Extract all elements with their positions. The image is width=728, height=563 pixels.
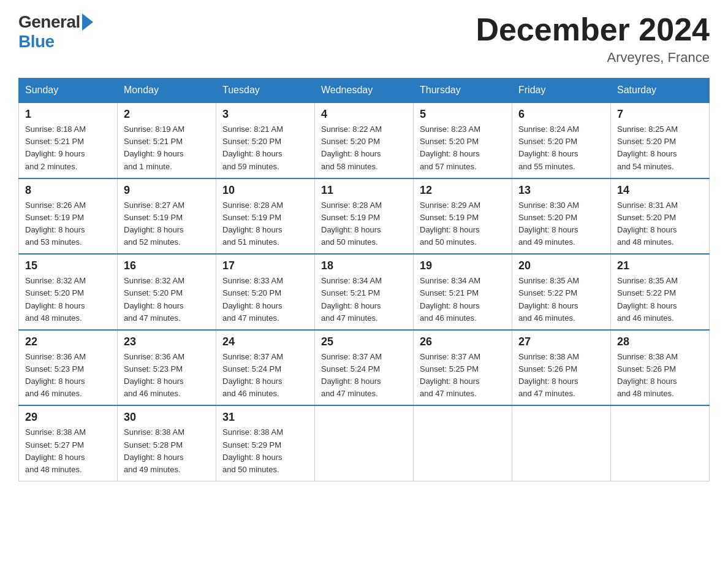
day-info: Sunrise: 8:33 AM Sunset: 5:20 PM Dayligh… bbox=[222, 275, 308, 324]
day-info: Sunrise: 8:38 AM Sunset: 5:26 PM Dayligh… bbox=[617, 351, 703, 400]
day-of-week-sunday: Sunday bbox=[19, 79, 118, 103]
day-info: Sunrise: 8:26 AM Sunset: 5:19 PM Dayligh… bbox=[25, 199, 111, 249]
table-row: 9Sunrise: 8:27 AM Sunset: 5:19 PM Daylig… bbox=[118, 178, 216, 255]
table-row: 29Sunrise: 8:38 AM Sunset: 5:27 PM Dayli… bbox=[19, 405, 118, 481]
table-row: 4Sunrise: 8:22 AM Sunset: 5:20 PM Daylig… bbox=[315, 102, 414, 178]
day-number: 13 bbox=[518, 184, 604, 197]
table-row: 11Sunrise: 8:28 AM Sunset: 5:19 PM Dayli… bbox=[315, 178, 414, 255]
day-number: 10 bbox=[222, 184, 308, 197]
table-row: 17Sunrise: 8:33 AM Sunset: 5:20 PM Dayli… bbox=[216, 254, 315, 330]
day-info: Sunrise: 8:36 AM Sunset: 5:23 PM Dayligh… bbox=[124, 351, 210, 400]
calendar-table: SundayMondayTuesdayWednesdayThursdayFrid… bbox=[18, 78, 710, 481]
week-row-5: 29Sunrise: 8:38 AM Sunset: 5:27 PM Dayli… bbox=[19, 405, 710, 481]
table-row: 28Sunrise: 8:38 AM Sunset: 5:26 PM Dayli… bbox=[611, 330, 710, 406]
table-row: 31Sunrise: 8:38 AM Sunset: 5:29 PM Dayli… bbox=[216, 405, 315, 481]
table-row: 3Sunrise: 8:21 AM Sunset: 5:20 PM Daylig… bbox=[216, 102, 315, 178]
day-info: Sunrise: 8:31 AM Sunset: 5:20 PM Dayligh… bbox=[617, 199, 703, 249]
day-number: 21 bbox=[617, 259, 703, 272]
day-number: 4 bbox=[321, 108, 407, 121]
table-row: 2Sunrise: 8:19 AM Sunset: 5:21 PM Daylig… bbox=[118, 102, 216, 178]
day-number: 9 bbox=[124, 184, 210, 197]
table-row: 26Sunrise: 8:37 AM Sunset: 5:25 PM Dayli… bbox=[414, 330, 512, 406]
table-row: 7Sunrise: 8:25 AM Sunset: 5:20 PM Daylig… bbox=[611, 102, 710, 178]
table-row bbox=[414, 405, 512, 481]
table-row: 8Sunrise: 8:26 AM Sunset: 5:19 PM Daylig… bbox=[19, 178, 118, 255]
week-row-2: 8Sunrise: 8:26 AM Sunset: 5:19 PM Daylig… bbox=[19, 178, 710, 255]
day-info: Sunrise: 8:34 AM Sunset: 5:21 PM Dayligh… bbox=[321, 275, 407, 324]
table-row: 15Sunrise: 8:32 AM Sunset: 5:20 PM Dayli… bbox=[19, 254, 118, 330]
table-row: 13Sunrise: 8:30 AM Sunset: 5:20 PM Dayli… bbox=[512, 178, 611, 255]
week-row-4: 22Sunrise: 8:36 AM Sunset: 5:23 PM Dayli… bbox=[19, 330, 710, 406]
day-number: 3 bbox=[222, 108, 308, 121]
day-number: 26 bbox=[420, 335, 506, 348]
day-info: Sunrise: 8:34 AM Sunset: 5:21 PM Dayligh… bbox=[420, 275, 506, 324]
day-info: Sunrise: 8:37 AM Sunset: 5:24 PM Dayligh… bbox=[222, 351, 308, 400]
table-row: 20Sunrise: 8:35 AM Sunset: 5:22 PM Dayli… bbox=[512, 254, 611, 330]
day-number: 17 bbox=[222, 259, 308, 272]
day-info: Sunrise: 8:22 AM Sunset: 5:20 PM Dayligh… bbox=[321, 123, 407, 173]
day-of-week-monday: Monday bbox=[118, 79, 216, 103]
table-row bbox=[512, 405, 611, 481]
title-section: December 2024 Arveyres, France bbox=[476, 12, 710, 66]
day-info: Sunrise: 8:38 AM Sunset: 5:28 PM Dayligh… bbox=[124, 426, 210, 476]
calendar-body: 1Sunrise: 8:18 AM Sunset: 5:21 PM Daylig… bbox=[19, 102, 710, 481]
day-info: Sunrise: 8:28 AM Sunset: 5:19 PM Dayligh… bbox=[321, 199, 407, 249]
logo-blue-text: Blue bbox=[18, 32, 55, 52]
day-info: Sunrise: 8:38 AM Sunset: 5:26 PM Dayligh… bbox=[518, 351, 604, 400]
day-of-week-tuesday: Tuesday bbox=[216, 79, 315, 103]
table-row: 19Sunrise: 8:34 AM Sunset: 5:21 PM Dayli… bbox=[414, 254, 512, 330]
day-info: Sunrise: 8:35 AM Sunset: 5:22 PM Dayligh… bbox=[518, 275, 604, 324]
day-info: Sunrise: 8:19 AM Sunset: 5:21 PM Dayligh… bbox=[124, 123, 210, 173]
day-info: Sunrise: 8:18 AM Sunset: 5:21 PM Dayligh… bbox=[25, 123, 111, 173]
table-row: 23Sunrise: 8:36 AM Sunset: 5:23 PM Dayli… bbox=[118, 330, 216, 406]
day-info: Sunrise: 8:25 AM Sunset: 5:20 PM Dayligh… bbox=[617, 123, 703, 173]
calendar-header: SundayMondayTuesdayWednesdayThursdayFrid… bbox=[19, 79, 710, 103]
day-info: Sunrise: 8:28 AM Sunset: 5:19 PM Dayligh… bbox=[222, 199, 308, 249]
month-title: December 2024 bbox=[476, 12, 710, 47]
table-row: 21Sunrise: 8:35 AM Sunset: 5:22 PM Dayli… bbox=[611, 254, 710, 330]
day-info: Sunrise: 8:29 AM Sunset: 5:19 PM Dayligh… bbox=[420, 199, 506, 249]
location-label: Arveyres, France bbox=[476, 50, 710, 66]
day-number: 15 bbox=[25, 259, 111, 272]
week-row-3: 15Sunrise: 8:32 AM Sunset: 5:20 PM Dayli… bbox=[19, 254, 710, 330]
day-number: 11 bbox=[321, 184, 407, 197]
logo: General Blue bbox=[18, 12, 93, 52]
day-info: Sunrise: 8:35 AM Sunset: 5:22 PM Dayligh… bbox=[617, 275, 703, 324]
day-of-week-saturday: Saturday bbox=[611, 79, 710, 103]
table-row: 14Sunrise: 8:31 AM Sunset: 5:20 PM Dayli… bbox=[611, 178, 710, 255]
days-of-week-row: SundayMondayTuesdayWednesdayThursdayFrid… bbox=[19, 79, 710, 103]
table-row: 12Sunrise: 8:29 AM Sunset: 5:19 PM Dayli… bbox=[414, 178, 512, 255]
day-number: 23 bbox=[124, 335, 210, 348]
day-info: Sunrise: 8:32 AM Sunset: 5:20 PM Dayligh… bbox=[124, 275, 210, 324]
table-row bbox=[315, 405, 414, 481]
day-info: Sunrise: 8:21 AM Sunset: 5:20 PM Dayligh… bbox=[222, 123, 308, 173]
table-row: 16Sunrise: 8:32 AM Sunset: 5:20 PM Dayli… bbox=[118, 254, 216, 330]
day-number: 30 bbox=[124, 411, 210, 424]
day-number: 14 bbox=[617, 184, 703, 197]
day-info: Sunrise: 8:37 AM Sunset: 5:24 PM Dayligh… bbox=[321, 351, 407, 400]
day-number: 22 bbox=[25, 335, 111, 348]
day-number: 1 bbox=[25, 108, 111, 121]
day-info: Sunrise: 8:37 AM Sunset: 5:25 PM Dayligh… bbox=[420, 351, 506, 400]
day-info: Sunrise: 8:24 AM Sunset: 5:20 PM Dayligh… bbox=[518, 123, 604, 173]
day-number: 28 bbox=[617, 335, 703, 348]
page-header: General Blue December 2024 Arveyres, Fra… bbox=[18, 12, 710, 66]
logo-general-text: General bbox=[18, 12, 80, 32]
table-row: 10Sunrise: 8:28 AM Sunset: 5:19 PM Dayli… bbox=[216, 178, 315, 255]
day-number: 31 bbox=[222, 411, 308, 424]
day-info: Sunrise: 8:32 AM Sunset: 5:20 PM Dayligh… bbox=[25, 275, 111, 324]
table-row: 24Sunrise: 8:37 AM Sunset: 5:24 PM Dayli… bbox=[216, 330, 315, 406]
day-number: 12 bbox=[420, 184, 506, 197]
table-row: 27Sunrise: 8:38 AM Sunset: 5:26 PM Dayli… bbox=[512, 330, 611, 406]
day-number: 16 bbox=[124, 259, 210, 272]
day-info: Sunrise: 8:23 AM Sunset: 5:20 PM Dayligh… bbox=[420, 123, 506, 173]
table-row: 1Sunrise: 8:18 AM Sunset: 5:21 PM Daylig… bbox=[19, 102, 118, 178]
table-row bbox=[611, 405, 710, 481]
day-info: Sunrise: 8:36 AM Sunset: 5:23 PM Dayligh… bbox=[25, 351, 111, 400]
day-number: 29 bbox=[25, 411, 111, 424]
day-number: 24 bbox=[222, 335, 308, 348]
day-number: 5 bbox=[420, 108, 506, 121]
table-row: 30Sunrise: 8:38 AM Sunset: 5:28 PM Dayli… bbox=[118, 405, 216, 481]
day-of-week-wednesday: Wednesday bbox=[315, 79, 414, 103]
day-of-week-thursday: Thursday bbox=[414, 79, 512, 103]
